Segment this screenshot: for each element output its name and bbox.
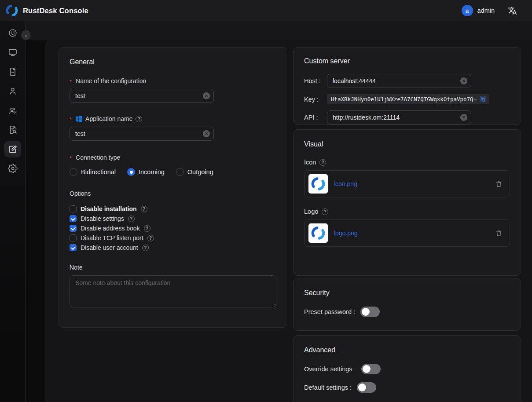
general-card: General Name of the configuration Applic… (59, 47, 287, 328)
sidebar-collapse-button[interactable]: › (21, 30, 31, 40)
checkbox-icon[interactable] (70, 225, 77, 232)
radio-icon[interactable] (176, 168, 184, 176)
chevron-right-icon: › (25, 32, 27, 39)
clear-icon[interactable] (460, 114, 467, 121)
clear-icon[interactable] (203, 92, 210, 99)
checkbox-icon[interactable] (70, 205, 77, 212)
sidebar-item-custom-clients[interactable] (0, 139, 26, 159)
document-icon (4, 63, 21, 80)
help-icon[interactable] (136, 116, 142, 122)
options-label: Options (70, 190, 276, 197)
connection-type-group: Bidirectional Incoming Outgoing (70, 168, 276, 176)
copy-icon[interactable] (480, 96, 486, 102)
note-label: Note (70, 264, 276, 271)
app-name-input[interactable] (70, 127, 214, 141)
checkbox-icon[interactable] (70, 215, 77, 222)
checkbox-icon[interactable] (70, 244, 77, 251)
key-value-box: HtaXBkJNHyn0e1U1jWXze7A7CN7QTGWqxkOtpaVp… (327, 94, 489, 104)
host-input[interactable] (327, 74, 471, 88)
radio-bidirectional[interactable]: Bidirectional (70, 168, 116, 176)
trash-icon[interactable] (495, 180, 503, 188)
clear-icon[interactable] (203, 130, 210, 137)
sidebar-item-audit[interactable] (0, 120, 26, 139)
option-disable-settings[interactable]: Disable settings (70, 214, 276, 223)
rustdesk-logo-icon (5, 4, 18, 17)
sidebar-item-groups[interactable] (0, 101, 26, 120)
preset-password-toggle[interactable] (360, 307, 380, 317)
logo-thumbnail (308, 223, 328, 243)
smiley-icon (4, 25, 21, 41)
clear-icon[interactable] (460, 77, 467, 84)
user-icon (4, 83, 21, 99)
brand: RustDesk Console (5, 4, 88, 17)
config-name-input[interactable] (70, 89, 214, 103)
help-icon[interactable] (142, 245, 149, 251)
note-textarea[interactable] (70, 275, 276, 307)
security-title: Security (304, 289, 510, 297)
radio-outgoing[interactable]: Outgoing (176, 168, 213, 176)
checkbox-icon[interactable] (70, 234, 77, 241)
api-input[interactable] (327, 110, 471, 124)
top-bar: RustDesk Console a admin (0, 0, 532, 21)
sidebar (0, 21, 26, 402)
monitor-icon (4, 44, 21, 61)
config-name-label: Name of the configuration (70, 77, 276, 84)
logo-label: Logo (304, 208, 510, 215)
windows-logo-icon (76, 116, 82, 122)
advanced-title: Advanced (304, 346, 510, 354)
edit-icon (4, 141, 21, 157)
visual-title: Visual (304, 140, 510, 148)
icon-file-link[interactable]: icon.png (334, 180, 357, 187)
header-band (26, 21, 532, 40)
custom-server-card: Custom server Host : Key : HtaXBkJNHyn0e… (293, 47, 521, 125)
app-title: RustDesk Console (23, 7, 88, 15)
key-value: HtaXBkJNHyn0e1U1jWXze7A7CN7QTGWqxkOtpaVp… (331, 96, 477, 102)
preset-password-label: Preset password : (304, 308, 355, 315)
radio-icon[interactable] (70, 168, 77, 176)
config-name-field (70, 89, 214, 103)
sidebar-item-users[interactable] (0, 81, 26, 101)
sidebar-item-settings[interactable] (0, 159, 26, 178)
main-content: General Name of the configuration Applic… (45, 40, 532, 402)
api-label: API : (304, 114, 327, 121)
key-row: Key : HtaXBkJNHyn0e1U1jWXze7A7CN7QTGWqxk… (304, 94, 510, 104)
default-settings-toggle[interactable] (357, 382, 376, 393)
default-settings-label: Default settings : (304, 384, 352, 391)
user-name[interactable]: admin (477, 7, 495, 14)
host-row: Host : (304, 74, 510, 88)
option-disable-installation[interactable]: Disable installation (70, 204, 276, 214)
avatar[interactable]: a (462, 5, 473, 16)
help-icon[interactable] (319, 159, 326, 166)
default-settings-row: Default settings : (304, 382, 510, 393)
help-icon[interactable] (147, 235, 154, 241)
translate-icon[interactable] (508, 6, 517, 15)
general-title: General (70, 58, 276, 66)
help-icon[interactable] (141, 206, 147, 212)
option-disable-address-book[interactable]: Disable address book (70, 223, 276, 233)
icon-label: Icon (304, 159, 510, 166)
override-settings-toggle[interactable] (361, 364, 381, 374)
security-card: Security Preset password : (293, 278, 521, 331)
sidebar-item-sessions[interactable] (0, 62, 26, 81)
help-icon[interactable] (144, 225, 150, 232)
visual-card: Visual Icon icon.png Logo (293, 129, 521, 276)
override-settings-row: Override settings : (304, 364, 510, 374)
help-icon[interactable] (322, 208, 328, 215)
sidebar-item-devices[interactable] (0, 43, 26, 62)
logo-upload-box: logo.png (304, 219, 510, 247)
gear-icon (4, 160, 21, 177)
key-label: Key : (304, 96, 327, 103)
logo-file-link[interactable]: logo.png (334, 230, 358, 237)
app-name-label: Application name (70, 115, 276, 122)
help-icon[interactable] (128, 216, 135, 222)
advanced-card: Advanced Override settings : Default set… (293, 335, 521, 402)
option-disable-user-account[interactable]: Disable user account (70, 243, 276, 252)
app-name-field (70, 127, 214, 141)
option-disable-tcp-listen-port[interactable]: Disable TCP listen port (70, 233, 276, 243)
radio-incoming[interactable]: Incoming (127, 168, 165, 176)
preset-password-row: Preset password : (304, 307, 510, 317)
icon-thumbnail (308, 174, 328, 194)
trash-icon[interactable] (495, 230, 503, 237)
radio-icon[interactable] (127, 168, 135, 176)
custom-server-title: Custom server (304, 57, 510, 65)
